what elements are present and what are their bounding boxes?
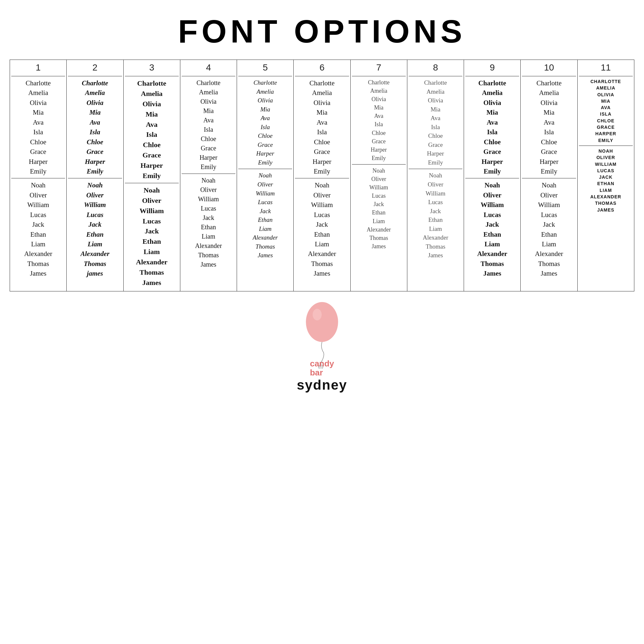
boy-name-2-4: Jack bbox=[125, 226, 179, 236]
boy-name-10-0: NOAH bbox=[579, 148, 633, 154]
boy-name-10-8: THOMAS bbox=[579, 200, 633, 206]
boy-name-5-7: Alexander bbox=[295, 249, 349, 259]
boy-name-8-0: Noah bbox=[465, 180, 519, 190]
girl-name-6-2: Olivia bbox=[352, 95, 406, 103]
boy-name-7-5: Ethan bbox=[409, 215, 462, 224]
girl-name-8-0: Charlotte bbox=[465, 78, 519, 88]
girl-name-4-3: Mia bbox=[238, 105, 292, 114]
col-11: 11CHARLOTTEAMELIAOLIVIAMIAAVAISLACHLOEGR… bbox=[578, 60, 634, 291]
girl-name-7-1: Amelia bbox=[409, 87, 462, 96]
balloon-icon bbox=[290, 298, 354, 369]
boy-name-7-2: William bbox=[409, 189, 462, 198]
svg-point-0 bbox=[306, 302, 338, 342]
boy-name-6-1: Oliver bbox=[352, 175, 406, 183]
col-num-7: 7 bbox=[376, 60, 381, 74]
boy-name-2-9: James bbox=[125, 278, 179, 288]
boy-name-1-3: Lucas bbox=[68, 210, 122, 220]
girl-name-10-5: ISLA bbox=[579, 111, 633, 117]
boy-name-8-3: Lucas bbox=[465, 210, 519, 220]
col-2: 2CharlotteAmeliaOliviaMiaAvaIslaChloeGra… bbox=[67, 60, 123, 291]
boy-name-0-0: Noah bbox=[11, 180, 65, 190]
boy-name-7-0: Noah bbox=[409, 171, 462, 180]
girl-name-2-4: Ava bbox=[125, 119, 179, 130]
boy-name-10-1: OLIVER bbox=[579, 154, 633, 161]
girl-name-4-9: Emily bbox=[238, 158, 292, 167]
boy-name-6-5: Ethan bbox=[352, 208, 406, 217]
girl-name-6-9: Emily bbox=[352, 154, 406, 162]
boy-name-4-0: Noah bbox=[238, 171, 292, 180]
girl-name-9-4: Ava bbox=[522, 118, 576, 127]
boy-name-5-6: Liam bbox=[295, 239, 349, 249]
girl-name-3-9: Emily bbox=[182, 162, 235, 172]
boy-name-8-7: Alexander bbox=[465, 249, 519, 259]
girl-name-5-0: Charlotte bbox=[295, 78, 349, 88]
boy-name-5-2: William bbox=[295, 200, 349, 210]
girl-name-0-9: Emily bbox=[11, 166, 65, 176]
boy-name-7-6: Liam bbox=[409, 224, 462, 233]
girl-name-6-3: Mia bbox=[352, 103, 406, 112]
boy-name-1-2: William bbox=[68, 200, 122, 210]
boy-name-1-7: Alexander bbox=[68, 249, 122, 259]
boy-name-1-0: Noah bbox=[68, 180, 122, 190]
girl-name-9-9: Emily bbox=[522, 166, 576, 176]
boy-name-5-4: Jack bbox=[295, 220, 349, 229]
girl-name-0-5: Isla bbox=[11, 127, 65, 137]
boy-name-8-1: Oliver bbox=[465, 190, 519, 200]
col-5: 5CharlotteAmeliaOliviaMiaAvaIslaChloeGra… bbox=[237, 60, 294, 291]
boy-name-1-4: Jack bbox=[68, 220, 122, 229]
boy-name-5-9: James bbox=[295, 269, 349, 278]
girl-name-10-3: MIA bbox=[579, 98, 633, 104]
girl-name-3-7: Grace bbox=[182, 144, 235, 153]
girl-name-2-1: Amelia bbox=[125, 89, 179, 99]
boy-name-9-2: William bbox=[522, 200, 576, 210]
girl-name-1-9: Emily bbox=[68, 166, 122, 176]
girl-name-7-0: Charlotte bbox=[409, 78, 462, 87]
girl-name-9-8: Harper bbox=[522, 157, 576, 166]
girl-name-1-0: Charlotte bbox=[68, 78, 122, 88]
col-9: 9CharlotteAmeliaOliviaMiaAvaIslaChloeGra… bbox=[464, 60, 521, 291]
boy-name-3-4: Jack bbox=[182, 213, 235, 223]
girl-name-10-9: EMILY bbox=[579, 137, 633, 144]
col-num-5: 5 bbox=[263, 60, 268, 74]
girl-name-9-7: Grace bbox=[522, 147, 576, 156]
boy-name-10-5: ETHAN bbox=[579, 180, 633, 187]
girl-name-3-6: Chloe bbox=[182, 134, 235, 144]
boy-name-2-2: William bbox=[125, 206, 179, 216]
girl-name-9-3: Mia bbox=[522, 108, 576, 117]
boy-name-4-3: Lucas bbox=[238, 198, 292, 207]
boy-name-0-3: Lucas bbox=[11, 210, 65, 220]
boy-name-0-7: Alexander bbox=[11, 249, 65, 259]
girl-name-4-6: Chloe bbox=[238, 131, 292, 140]
girl-name-0-1: Amelia bbox=[11, 88, 65, 98]
col-4: 4CharlotteAmeliaOliviaMiaAvaIslaChloeGra… bbox=[180, 60, 237, 291]
boy-name-1-6: Liam bbox=[68, 239, 122, 249]
girl-name-4-1: Amelia bbox=[238, 87, 292, 96]
boy-name-9-5: Ethan bbox=[522, 230, 576, 239]
boy-name-10-9: JAMES bbox=[579, 207, 633, 213]
boy-name-1-8: Thomas bbox=[68, 259, 122, 269]
girl-name-3-3: Mia bbox=[182, 106, 235, 116]
girl-name-10-2: OLIVIA bbox=[579, 91, 633, 98]
boy-name-5-3: Lucas bbox=[295, 210, 349, 220]
col-3: 3CharlotteAmeliaOliviaMiaAvaIslaChloeGra… bbox=[124, 60, 180, 291]
col-num-11: 11 bbox=[601, 60, 611, 74]
col-num-6: 6 bbox=[319, 60, 325, 74]
girl-name-3-0: Charlotte bbox=[182, 78, 235, 88]
col-7: 7CharlotteAmeliaOliviaMiaAvaIslaChloeGra… bbox=[351, 60, 407, 291]
boy-name-10-7: ALEXANDER bbox=[579, 194, 633, 200]
girl-name-8-2: Olivia bbox=[465, 98, 519, 108]
boy-name-3-6: Liam bbox=[182, 232, 235, 241]
girl-name-1-7: Grace bbox=[68, 147, 122, 156]
girl-name-5-1: Amelia bbox=[295, 88, 349, 98]
logo-area: candybar sydney bbox=[290, 298, 354, 393]
col-num-3: 3 bbox=[149, 60, 154, 74]
girl-name-4-2: Olivia bbox=[238, 96, 292, 105]
brand-candy-bar: candybar bbox=[310, 359, 334, 377]
boy-name-7-9: James bbox=[409, 251, 462, 260]
girl-name-6-5: Isla bbox=[352, 120, 406, 128]
girl-name-6-1: Amelia bbox=[352, 87, 406, 95]
boy-name-10-6: LIAM bbox=[579, 187, 633, 194]
boy-name-4-7: Alexander bbox=[238, 233, 292, 242]
girl-name-10-6: CHLOE bbox=[579, 118, 633, 124]
girl-name-10-4: AVA bbox=[579, 104, 633, 111]
